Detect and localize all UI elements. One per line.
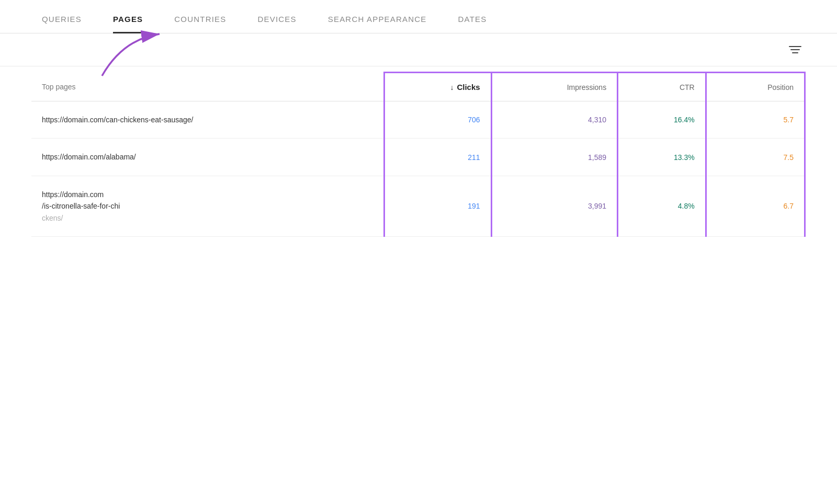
- toolbar: [0, 33, 837, 66]
- data-table: Top pages ↓ Clicks Impressions CTR Posit…: [31, 72, 806, 237]
- row-2-ctr: 13.3%: [618, 139, 706, 176]
- filter-line-2: [790, 49, 800, 50]
- row-2-clicks: 211: [384, 139, 491, 176]
- col-header-impressions[interactable]: Impressions: [491, 73, 618, 101]
- ctr-label: CTR: [680, 83, 695, 91]
- row-3-clicks: 191: [384, 176, 491, 236]
- col-header-position[interactable]: Position: [706, 73, 805, 101]
- row-1-impressions: 4,310: [491, 101, 618, 139]
- nav-tabs: QUERIES PAGES COUNTRIES DEVICES SEARCH A…: [0, 0, 837, 33]
- row-2-position: 7.5: [706, 139, 805, 176]
- col-header-pages: Top pages: [31, 73, 384, 101]
- row-1-position: 5.7: [706, 101, 805, 139]
- tab-dates[interactable]: DATES: [458, 15, 487, 33]
- table-row: https://domain.com/is-citronella-safe-fo…: [31, 176, 805, 236]
- row-2-impressions: 1,589: [491, 139, 618, 176]
- row-3-url[interactable]: https://domain.com/is-citronella-safe-fo…: [31, 176, 384, 236]
- position-label: Position: [767, 83, 794, 91]
- row-3-impressions: 3,991: [491, 176, 618, 236]
- row-3-ctr: 4.8%: [618, 176, 706, 236]
- row-1-ctr: 16.4%: [618, 101, 706, 139]
- sort-down-icon: ↓: [450, 83, 454, 91]
- tab-devices[interactable]: DEVICES: [257, 15, 296, 33]
- row-1-url[interactable]: https://domain.com/can-chickens-eat-saus…: [31, 101, 384, 139]
- filter-line-1: [789, 46, 801, 47]
- table-header-row: Top pages ↓ Clicks Impressions CTR Posit…: [31, 73, 805, 101]
- table-row: https://domain.com/alabama/ 211 1,589 13…: [31, 139, 805, 176]
- filter-button[interactable]: [785, 42, 806, 58]
- tab-countries[interactable]: COUNTRIES: [174, 15, 226, 33]
- row-1-clicks: 706: [384, 101, 491, 139]
- data-table-container: Top pages ↓ Clicks Impressions CTR Posit…: [0, 72, 837, 237]
- col-header-ctr[interactable]: CTR: [618, 73, 706, 101]
- col-header-clicks[interactable]: ↓ Clicks: [384, 73, 491, 101]
- filter-line-3: [792, 52, 798, 53]
- tab-pages[interactable]: PAGES: [113, 15, 143, 33]
- row-3-position: 6.7: [706, 176, 805, 236]
- tab-search-appearance[interactable]: SEARCH APPEARANCE: [328, 15, 427, 33]
- impressions-label: Impressions: [567, 83, 606, 91]
- clicks-label: Clicks: [457, 83, 480, 91]
- tab-queries[interactable]: QUERIES: [42, 15, 82, 33]
- row-2-url[interactable]: https://domain.com/alabama/: [31, 139, 384, 176]
- table-row: https://domain.com/can-chickens-eat-saus…: [31, 101, 805, 139]
